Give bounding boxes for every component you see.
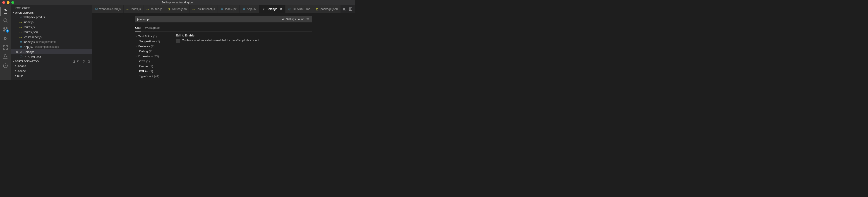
settings-search-input[interactable] [137,18,282,21]
toc-count: (1) [163,79,166,80]
svg-rect-24 [88,61,89,62]
toc-features[interactable]: Features (2) [135,44,169,49]
source-control-badge: 7 [6,29,9,33]
editor-tab[interactable]: { }routes.json [165,5,190,13]
chevron-right-icon [14,79,17,80]
collapse-all-icon[interactable] [87,60,90,63]
project-header[interactable]: SARTRACKINGTOOL [11,59,92,63]
file-icon: JS [20,21,24,24]
editor-tab[interactable]: JSindex.js [124,5,144,13]
filter-icon[interactable] [306,18,310,21]
tab-label: package.json [320,7,338,11]
chevron-down-icon [12,11,15,14]
close-icon[interactable] [279,7,283,11]
folder-name: .beans [17,64,26,68]
toc-css[interactable]: CSS (1) [135,59,169,64]
file-icon: JS [192,7,196,11]
file-path: src/components/app [35,45,59,48]
svg-rect-4 [3,45,5,47]
setting-name: Enable [185,34,194,37]
toc-vsi[interactable]: Visual Studio I... (1) [135,78,169,80]
open-editor-item[interactable]: Settings [11,50,92,54]
open-editors-header[interactable]: OPEN EDITORS [11,11,92,14]
toc-extensions[interactable]: Extensions (45) [135,54,169,59]
play-icon [3,36,8,41]
folder-item[interactable]: .cache [11,68,92,73]
file-name: Settings [24,50,34,54]
window-close-button[interactable] [2,1,5,4]
sidebar: EXPLORER OPEN EDITORS webpack.prod.jsJSi… [11,5,92,80]
toc-text-editor[interactable]: Text Editor (1) [135,34,169,39]
file-icon: JS [147,7,150,11]
project-folder-list: .beans.cachebuildcertconfiglint [11,63,92,80]
activity-debug[interactable] [0,34,11,43]
activity-test[interactable] [0,52,11,61]
open-editor-item[interactable]: { }routes.json [11,29,92,34]
toc-debug[interactable]: Debug (2) [135,49,169,54]
close-icon[interactable] [16,50,19,54]
open-editor-item[interactable]: README.md [11,54,92,59]
activity-search[interactable] [0,16,11,25]
toc-eslint[interactable]: ESLint (1) [135,69,169,74]
new-file-icon[interactable] [72,60,75,63]
toc-label: Emmet [139,65,149,68]
new-folder-icon[interactable] [77,60,81,63]
file-icon: JS [126,7,129,11]
svg-rect-41 [343,8,345,10]
folder-item[interactable]: cert [11,78,92,80]
toc-typescript[interactable]: TypeScript (41) [135,74,169,78]
chevron-down-icon [135,45,138,47]
settings-detail: Eslint: Enable Controls whether eslint i… [169,34,312,80]
split-editor-icon[interactable] [349,7,352,11]
settings-search[interactable]: 48 Settings Found [135,16,312,23]
svg-point-17 [21,42,21,42]
toc-count: (1) [146,60,150,63]
svg-text:JS: JS [20,21,22,23]
open-editor-item[interactable]: JS.eslint.react.js [11,34,92,39]
editor-tab[interactable]: Settings [259,5,285,13]
window-minimize-button[interactable] [7,1,9,4]
editor-tab[interactable]: index.jsx [218,5,240,13]
folder-item[interactable]: .beans [11,63,92,68]
activity-other[interactable] [0,61,11,70]
compare-icon[interactable] [343,7,347,11]
refresh-icon[interactable] [82,60,85,63]
svg-point-1 [4,28,5,29]
toc-suggestions[interactable]: Suggestions (1) [135,39,169,44]
open-editor-item[interactable]: JSroutes.js [11,25,92,29]
toc-count: (1) [156,40,160,43]
setting-checkbox[interactable] [176,39,180,43]
editor-tab[interactable]: JSroutes.js [144,5,165,13]
editor-tab[interactable]: README.md [285,5,313,13]
file-icon [20,50,24,54]
folder-name: cert [17,79,22,80]
setting-description: Controls whether eslint is enabled for J… [182,38,260,42]
file-icon [242,7,245,11]
setting-eslint-enable: Eslint: Enable Controls whether eslint i… [173,34,312,43]
open-editor-item[interactable]: JSindex.js [11,20,92,25]
tab-actions [341,5,355,13]
file-name: routes.json [24,30,38,34]
window-fullscreen-button[interactable] [11,1,14,4]
files-icon [3,9,8,14]
activity-source-control[interactable]: 7 [0,25,11,34]
editor-tab[interactable]: App.jsx [240,5,259,13]
svg-point-2 [4,30,5,31]
window-title: Settings — sartrackingtool [161,1,193,4]
toc-emmet[interactable]: Emmet (1) [135,64,169,69]
editor-tab[interactable]: JS.eslint.react.js [190,5,218,13]
scope-workspace-tab[interactable]: Workspace [145,25,160,31]
activity-extensions[interactable] [0,43,11,52]
open-editor-item[interactable]: index.jsxsrc/pages/home [11,39,92,44]
settings-toc: Text Editor (1) Suggestions (1) Features… [135,34,169,80]
svg-point-37 [244,9,244,9]
editor-tab[interactable]: { }package.json [313,5,341,13]
svg-point-38 [263,9,264,9]
activity-explorer[interactable] [0,7,11,16]
open-editor-item[interactable]: App.jsxsrc/components/app [11,44,92,50]
editor-tab[interactable]: webpack.prod.js [92,5,124,13]
folder-item[interactable]: build [11,73,92,78]
svg-text:JS: JS [147,8,149,10]
open-editor-item[interactable]: webpack.prod.js [11,14,92,20]
scope-user-tab[interactable]: User [135,25,141,31]
